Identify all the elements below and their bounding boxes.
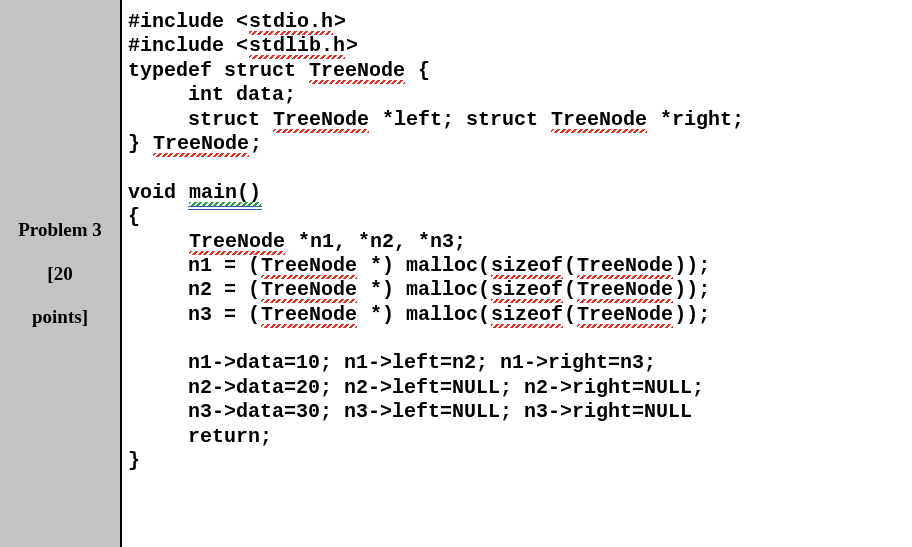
code-line: #include <stdlib.h> [128, 34, 358, 57]
code-line: struct TreeNode *left; struct TreeNode *… [128, 108, 744, 131]
code-cell: #include <stdio.h> #include <stdlib.h> t… [122, 0, 912, 547]
problem-points-close: points] [32, 295, 88, 339]
code-line [128, 327, 140, 350]
code-line: } [128, 449, 140, 472]
problem-title: Problem 3 [18, 208, 102, 252]
code-line: typedef struct TreeNode { [128, 59, 430, 82]
code-line: TreeNode *n1, *n2, *n3; [128, 230, 466, 253]
code-line [128, 156, 140, 179]
code-line: n1->data=10; n1->left=n2; n1->right=n3; [128, 351, 656, 374]
code-line: void main() [128, 181, 262, 204]
code-line: n3 = (TreeNode *) malloc(sizeof(TreeNode… [128, 303, 710, 326]
document-root: Problem 3 [20 points] #include <stdio.h>… [0, 0, 912, 547]
problem-points-open: [20 [47, 252, 72, 296]
code-line: n3->data=30; n3->left=NULL; n3->right=NU… [128, 400, 692, 423]
code-line: { [128, 205, 140, 228]
code-line: n2 = (TreeNode *) malloc(sizeof(TreeNode… [128, 278, 710, 301]
code-line: #include <stdio.h> [128, 10, 346, 33]
code-line: } TreeNode; [128, 132, 262, 155]
code-line: int data; [128, 83, 296, 106]
code-line: return; [128, 425, 272, 448]
problem-label-cell: Problem 3 [20 points] [0, 0, 122, 547]
code-line: n2->data=20; n2->left=NULL; n2->right=NU… [128, 376, 704, 399]
code-line: n1 = (TreeNode *) malloc(sizeof(TreeNode… [128, 254, 710, 277]
